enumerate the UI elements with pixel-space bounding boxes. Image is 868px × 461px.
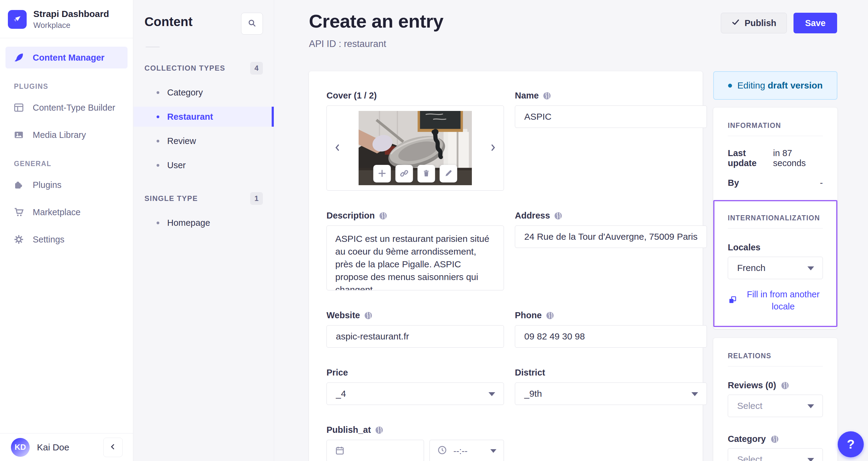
sidebar-item-content-type-builder[interactable]: Content-Type Builder bbox=[5, 97, 127, 118]
website-label: Website bbox=[327, 310, 504, 320]
publish-at-label: Publish_at bbox=[327, 425, 504, 435]
time-placeholder: --:-- bbox=[454, 446, 468, 456]
nav-item-category[interactable]: Category bbox=[133, 82, 274, 103]
content-nav-rule bbox=[146, 47, 160, 47]
publish-time-select[interactable]: --:-- bbox=[430, 440, 504, 461]
help-icon: ? bbox=[847, 437, 855, 452]
by-row: By - bbox=[728, 178, 823, 188]
sidebar-item-content-manager[interactable]: Content Manager bbox=[5, 47, 127, 68]
globe-icon bbox=[375, 426, 384, 435]
page-title: Create an entry bbox=[309, 10, 443, 32]
bullet-icon bbox=[157, 164, 159, 167]
nav-item-label: Review bbox=[167, 136, 196, 146]
plus-icon bbox=[378, 169, 387, 179]
reviews-select[interactable]: Select bbox=[728, 395, 823, 417]
name-input[interactable]: ASPIC bbox=[515, 106, 707, 128]
globe-icon bbox=[542, 91, 552, 100]
website-input[interactable]: aspic-restaurant.fr bbox=[327, 325, 504, 348]
bullet-icon bbox=[157, 91, 159, 94]
user-name: Kai Doe bbox=[37, 442, 69, 453]
phone-label: Phone bbox=[515, 310, 707, 320]
field-address: Address 24 Rue de la Tour d'Auvergne, 75… bbox=[515, 211, 707, 248]
cover-label: Cover (1 / 2) bbox=[327, 91, 504, 100]
sidebar-collapse-button[interactable] bbox=[103, 438, 123, 457]
carousel-next-button[interactable] bbox=[487, 142, 499, 154]
edit-asset-button[interactable] bbox=[440, 165, 457, 182]
price-select[interactable]: _4 bbox=[327, 382, 504, 405]
link-icon bbox=[400, 169, 409, 179]
content-nav-panel: Content COLLECTION TYPES 4 Category Rest… bbox=[133, 0, 274, 461]
sidebar-item-plugins[interactable]: Plugins bbox=[5, 174, 127, 196]
last-update-row: Last update in 87 seconds bbox=[728, 148, 823, 168]
api-id-subtitle: API ID : restaurant bbox=[309, 38, 443, 49]
section-divider bbox=[728, 366, 823, 367]
globe-icon bbox=[379, 211, 388, 220]
field-website: Website aspic-restaurant.fr bbox=[327, 310, 504, 348]
section-divider bbox=[728, 136, 823, 136]
phone-input[interactable]: 09 82 49 30 98 bbox=[515, 325, 707, 348]
cover-actions bbox=[373, 165, 457, 182]
field-price: Price _4 bbox=[327, 368, 504, 405]
media-library-icon bbox=[13, 129, 24, 140]
sidebar-menu: Content Manager PLUGINS Content-Type Bui… bbox=[0, 38, 133, 250]
dropdown-caret-icon bbox=[489, 392, 495, 396]
collapse-icon bbox=[109, 442, 117, 452]
description-label: Description bbox=[327, 211, 504, 221]
reviews-label: Reviews (0) bbox=[728, 380, 823, 391]
search-button[interactable] bbox=[241, 13, 263, 34]
save-button[interactable]: Save bbox=[794, 13, 837, 33]
content-nav-title: Content bbox=[145, 13, 193, 29]
publish-button[interactable]: Publish bbox=[721, 13, 787, 33]
globe-icon bbox=[546, 311, 555, 320]
publish-date-input[interactable] bbox=[327, 440, 424, 461]
pencil-icon bbox=[444, 169, 453, 178]
avatar[interactable]: KD bbox=[11, 438, 30, 457]
nav-item-user[interactable]: User bbox=[133, 155, 274, 175]
copy-locale-icon bbox=[728, 295, 738, 306]
sidebar-item-label: Settings bbox=[33, 235, 64, 244]
copy-link-button[interactable] bbox=[396, 165, 413, 182]
information-title: INFORMATION bbox=[728, 121, 823, 130]
field-publish-at: Publish_at bbox=[327, 425, 504, 461]
description-textarea[interactable]: ASPIC est un restaurant parisien situé a… bbox=[327, 226, 504, 290]
nav-item-label: Category bbox=[167, 88, 203, 97]
information-card: INFORMATION Last update in 87 seconds By… bbox=[713, 108, 837, 329]
field-name: Name ASPIC bbox=[515, 91, 707, 128]
check-icon bbox=[732, 18, 740, 28]
nav-item-restaurant[interactable]: Restaurant bbox=[133, 107, 274, 127]
collection-types-count: 4 bbox=[250, 62, 263, 75]
relations-card: RELATIONS Reviews (0) Select Category bbox=[713, 338, 837, 461]
fill-from-locale-link[interactable]: Fill in from another locale bbox=[744, 288, 823, 313]
sidebar-item-media-library[interactable]: Media Library bbox=[5, 124, 127, 146]
price-label: Price bbox=[327, 368, 504, 378]
internationalization-title: INTERNATIONALIZATION bbox=[728, 214, 823, 222]
locales-label: Locales bbox=[728, 242, 823, 253]
category-select[interactable]: Select bbox=[728, 448, 823, 461]
nav-item-review[interactable]: Review bbox=[133, 131, 274, 151]
locale-select[interactable]: French bbox=[728, 257, 823, 279]
dropdown-caret-icon bbox=[807, 404, 814, 408]
delete-asset-button[interactable] bbox=[417, 165, 435, 182]
nav-item-label: User bbox=[167, 160, 186, 170]
district-select[interactable]: _9th bbox=[515, 382, 707, 405]
sidebar-item-label: Content-Type Builder bbox=[33, 103, 115, 113]
draft-version-banner: Editing draft version bbox=[713, 71, 837, 100]
plugins-icon bbox=[13, 179, 24, 190]
sidebar-item-label: Media Library bbox=[33, 130, 86, 140]
help-button[interactable]: ? bbox=[838, 431, 864, 457]
chevron-right-icon bbox=[488, 143, 497, 153]
sidebar-section-general: GENERAL bbox=[14, 160, 127, 168]
sidebar-item-marketplace[interactable]: Marketplace bbox=[5, 201, 127, 223]
workspace-header[interactable]: Strapi Dashboard Workplace bbox=[0, 0, 133, 30]
sidebar-item-settings[interactable]: Settings bbox=[5, 229, 127, 250]
address-input[interactable]: 24 Rue de la Tour d'Auvergne, 75009 Pari… bbox=[515, 226, 707, 248]
nav-item-homepage[interactable]: Homepage bbox=[133, 213, 274, 233]
carousel-prev-button[interactable] bbox=[332, 142, 344, 154]
strapi-logo-icon bbox=[8, 10, 27, 29]
globe-icon bbox=[364, 311, 373, 320]
entry-form-card: Cover (1 / 2) bbox=[309, 71, 703, 461]
single-type-title: SINGLE TYPE bbox=[145, 194, 198, 203]
relations-title: RELATIONS bbox=[728, 352, 823, 360]
clock-icon bbox=[437, 445, 447, 457]
add-asset-button[interactable] bbox=[373, 165, 391, 182]
